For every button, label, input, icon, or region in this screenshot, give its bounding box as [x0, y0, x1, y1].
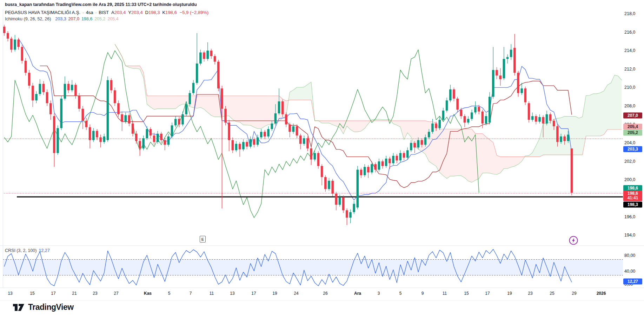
time-axis-label: 21 — [72, 291, 77, 296]
ichimoku-cloud-segment — [540, 124, 543, 157]
ichimoku-cloud-segment — [158, 96, 161, 109]
ichimoku-cloud-segment — [608, 83, 611, 129]
ohlc-value: 198,6 — [165, 10, 177, 15]
ichimoku-cloud-segment — [618, 76, 622, 130]
candle-body — [464, 116, 466, 122]
time-axis-label: 15 — [30, 291, 34, 296]
ichimoku-cloud-segment — [251, 96, 254, 127]
interval-label[interactable]: 4sa — [86, 10, 93, 15]
candle-body — [389, 159, 391, 163]
ichimoku-legend[interactable]: Ichimoku (9, 26, 52, 26)203,3207,0198,62… — [5, 16, 119, 21]
candle-body — [153, 135, 155, 142]
ichimoku-cloud-segment — [611, 75, 615, 129]
ichimoku-cloud-segment — [258, 96, 261, 128]
ichimoku-cloud-segment — [236, 96, 240, 122]
candle-body — [346, 210, 348, 218]
ichimoku-cloud-segment — [561, 117, 565, 155]
candle-body — [553, 121, 555, 126]
candle-body — [513, 48, 516, 73]
ichimoku-cloud-segment — [175, 96, 179, 109]
ichimoku-cloud-segment — [507, 157, 511, 169]
candle-body — [3, 27, 6, 33]
price-axis-label: 208,0 — [624, 104, 643, 108]
candle-body — [242, 142, 245, 149]
price-axis-label: 210,0 — [624, 85, 643, 90]
crsi-value: 12,27 — [39, 248, 49, 253]
crsi-axis-label: 40,00 — [624, 269, 643, 274]
candle-body — [178, 119, 180, 125]
ichimoku-value: 198,6 — [81, 16, 92, 21]
time-axis-label: 3 — [378, 291, 380, 296]
ichimoku-cloud-segment — [154, 96, 158, 109]
price-badge: 203,3 — [623, 146, 642, 152]
candle-body — [446, 100, 448, 111]
candle-body — [14, 40, 16, 50]
candle-body — [471, 112, 473, 119]
ohlc-letter: Y — [128, 10, 131, 15]
candle-body — [167, 137, 170, 145]
candle-body — [125, 115, 127, 121]
candle-body — [114, 90, 116, 103]
candle-body — [453, 89, 455, 99]
candle-body — [571, 148, 573, 193]
candle-body — [71, 85, 73, 91]
candle-body — [460, 110, 463, 116]
crsi-legend[interactable]: CRSI (3, 2, 100)12,27 — [5, 248, 50, 253]
candle-body — [53, 116, 55, 153]
candle-body — [560, 137, 562, 142]
exchange-label: BIST — [99, 10, 109, 15]
senkou-a-line — [115, 44, 622, 182]
ichimoku-cloud-segment — [354, 121, 358, 132]
candle-body — [150, 129, 152, 135]
candle-body — [78, 96, 80, 109]
earnings-marker-icon[interactable]: E — [200, 236, 206, 242]
candle-body — [274, 113, 277, 124]
ichimoku-cloud-segment — [161, 96, 165, 109]
time-axis-label: 13 — [230, 291, 234, 296]
time-axis-label: 19 — [507, 291, 512, 296]
candle-body — [299, 135, 302, 144]
candle-body — [288, 125, 291, 132]
ichimoku-cloud-segment — [518, 157, 522, 165]
ichimoku-cloud-segment — [543, 124, 547, 155]
chart-canvas[interactable] — [0, 0, 644, 319]
candle-body — [260, 132, 263, 138]
candle-body — [246, 142, 248, 147]
ichimoku-value: 205,2 — [94, 16, 105, 21]
price-axis-label: 212,0 — [624, 67, 643, 72]
candle-body — [10, 39, 13, 50]
ohlc-letter: D — [145, 10, 148, 15]
ichimoku-cloud-segment — [404, 121, 407, 140]
candle-body — [128, 115, 131, 124]
ichimoku-cloud-segment — [511, 157, 514, 167]
candle-body — [321, 166, 323, 177]
candle-body — [110, 80, 113, 90]
time-axis-label: 11 — [210, 291, 214, 296]
candle-body — [474, 107, 477, 113]
candle-body — [442, 111, 445, 120]
ichimoku-cloud-segment — [133, 66, 136, 68]
ichimoku-cloud-segment — [290, 90, 293, 100]
candle-body — [139, 141, 141, 148]
ichimoku-cloud-segment — [325, 121, 329, 123]
candle-body — [499, 75, 502, 79]
ohlc-value: 198,3 — [148, 10, 160, 15]
candle-body — [142, 138, 145, 148]
candle-body — [85, 121, 88, 127]
ichimoku-cloud-segment — [268, 96, 272, 125]
candle-body — [206, 51, 209, 59]
flash-idea-icon[interactable] — [569, 235, 578, 245]
time-axis-label: 13 — [8, 291, 12, 296]
candle-body — [185, 104, 187, 114]
candle-body — [96, 131, 98, 137]
candle-body — [567, 135, 570, 141]
candle-body — [524, 88, 527, 102]
candle-body — [57, 128, 59, 153]
candle-body — [353, 204, 355, 212]
time-axis-label: 25 — [550, 291, 554, 296]
candle-body — [413, 143, 416, 147]
candle-body — [181, 114, 184, 125]
tradingview-logo[interactable]: TradingView — [13, 303, 74, 312]
ichimoku-cloud-segment — [458, 129, 461, 176]
time-axis-label: Kas — [144, 291, 152, 296]
